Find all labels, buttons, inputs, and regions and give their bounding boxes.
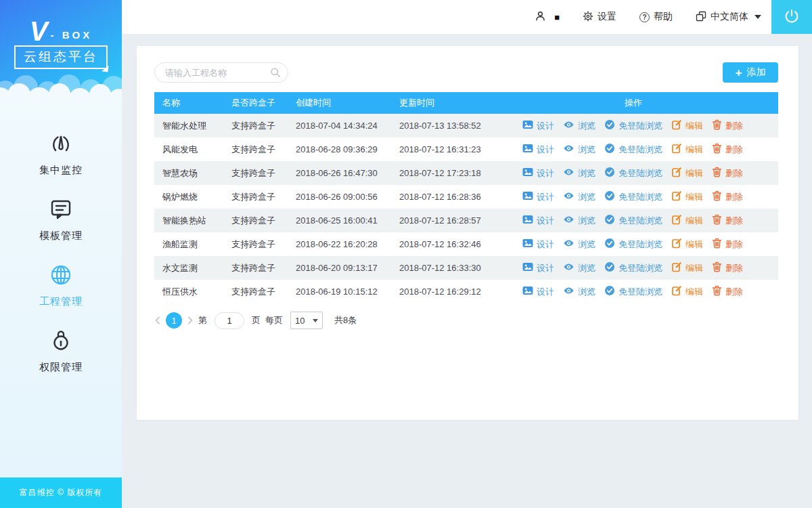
sidebar-item-label: 集中监控 xyxy=(0,164,122,177)
browse-action[interactable]: 浏览 xyxy=(563,190,595,203)
row-actions: 设计 浏览 免登陆浏览 xyxy=(520,143,778,156)
row-actions: 设计 浏览 免登陆浏览 xyxy=(520,119,778,132)
design-action[interactable]: 设计 xyxy=(522,190,554,203)
edit-icon xyxy=(671,167,682,179)
nologin-browse-action[interactable]: 免登陆浏览 xyxy=(604,119,662,132)
page-input[interactable] xyxy=(215,312,244,329)
sidebar-item-label: 工程管理 xyxy=(0,295,122,308)
delete-action[interactable]: 删除 xyxy=(712,190,743,203)
browse-action[interactable]: 浏览 xyxy=(563,238,595,251)
edit-icon xyxy=(671,285,682,298)
updated-time: 2018-07-12 16:28:36 xyxy=(391,192,520,202)
nologin-browse-action[interactable]: 免登陆浏览 xyxy=(604,190,662,203)
user-menu[interactable]: ■ xyxy=(535,10,560,24)
design-action[interactable]: 设计 xyxy=(522,167,554,179)
help-button[interactable]: ? 帮助 xyxy=(639,11,673,23)
edit-action[interactable]: 编辑 xyxy=(671,214,703,227)
eye-icon xyxy=(563,167,574,179)
delete-action[interactable]: 删除 xyxy=(712,261,743,274)
project-name: 水文监测 xyxy=(154,262,223,274)
settings-button[interactable]: 设置 xyxy=(583,11,616,24)
trash-icon xyxy=(712,261,722,274)
design-icon xyxy=(522,285,533,298)
add-label: 添加 xyxy=(746,66,765,79)
help-label: 帮助 xyxy=(654,11,673,23)
nologin-browse-action[interactable]: 免登陆浏览 xyxy=(604,238,662,251)
search-icon[interactable] xyxy=(270,67,281,81)
design-icon xyxy=(522,119,533,132)
delete-action[interactable]: 删除 xyxy=(712,238,743,251)
add-button[interactable]: + 添加 xyxy=(723,62,778,83)
plus-icon: + xyxy=(736,67,742,79)
design-action[interactable]: 设计 xyxy=(522,119,554,132)
page-prefix-label: 第 xyxy=(198,314,207,326)
browse-action[interactable]: 浏览 xyxy=(563,261,595,274)
nologin-browse-action[interactable]: 免登陆浏览 xyxy=(604,214,662,227)
design-icon xyxy=(522,143,533,156)
edit-action[interactable]: 编辑 xyxy=(671,143,703,156)
delete-action[interactable]: 删除 xyxy=(712,285,743,298)
browse-action[interactable]: 浏览 xyxy=(563,285,595,298)
row-actions: 设计 浏览 免登陆浏览 xyxy=(520,285,778,298)
updated-time: 2018-07-13 13:58:52 xyxy=(391,121,520,131)
trash-icon xyxy=(712,119,722,132)
nologin-browse-action[interactable]: 免登陆浏览 xyxy=(604,167,662,179)
eye-icon xyxy=(563,261,574,274)
nologin-browse-action[interactable]: 免登陆浏览 xyxy=(604,285,662,298)
delete-action[interactable]: 删除 xyxy=(712,119,743,132)
cross-box-status: 支持跨盒子 xyxy=(223,191,288,203)
trash-icon xyxy=(712,238,722,251)
browse-action[interactable]: 浏览 xyxy=(563,119,595,132)
edit-action[interactable]: 编辑 xyxy=(671,167,703,179)
trash-icon xyxy=(712,285,722,298)
edit-action[interactable]: 编辑 xyxy=(671,261,703,274)
sidebar-item-projects[interactable]: 工程管理 xyxy=(0,263,122,308)
sidebar-item-monitoring[interactable]: 集中监控 xyxy=(0,131,122,177)
design-icon xyxy=(522,261,533,274)
delete-action[interactable]: 删除 xyxy=(712,143,743,156)
edit-action[interactable]: 编辑 xyxy=(671,285,703,298)
sidebar-item-label: 权限管理 xyxy=(0,361,122,374)
design-action[interactable]: 设计 xyxy=(522,261,554,274)
design-action[interactable]: 设计 xyxy=(522,238,554,251)
nologin-browse-action[interactable]: 免登陆浏览 xyxy=(604,261,662,274)
design-action[interactable]: 设计 xyxy=(522,143,554,156)
delete-action[interactable]: 删除 xyxy=(712,167,743,179)
created-time: 2018-06-22 16:20:28 xyxy=(288,239,391,249)
next-page-button[interactable] xyxy=(187,316,194,324)
browse-action[interactable]: 浏览 xyxy=(563,143,595,156)
sidebar-item-permissions[interactable]: 权限管理 xyxy=(0,329,122,374)
search-input[interactable] xyxy=(154,62,288,83)
edit-action[interactable]: 编辑 xyxy=(671,119,703,132)
settings-label: 设置 xyxy=(597,11,616,23)
col-crossbox: 是否跨盒子 xyxy=(223,97,288,109)
edit-action[interactable]: 编辑 xyxy=(671,238,703,251)
logo-box-text: - BOX xyxy=(51,29,93,42)
design-action[interactable]: 设计 xyxy=(522,285,554,298)
created-time: 2018-06-28 09:36:29 xyxy=(288,144,391,154)
trash-icon xyxy=(712,190,722,203)
user-icon xyxy=(535,10,546,24)
table-header: 名称 是否跨盒子 创建时间 更新时间 操作 xyxy=(154,92,778,114)
prev-page-button[interactable] xyxy=(154,316,161,324)
globe-icon xyxy=(0,263,122,287)
design-icon xyxy=(522,238,533,251)
language-selector[interactable]: 中文简体 xyxy=(696,11,761,24)
per-page-select[interactable]: 10 xyxy=(290,312,323,329)
sidebar-item-templates[interactable]: 模板管理 xyxy=(0,197,122,242)
cross-box-status: 支持跨盒子 xyxy=(223,144,288,156)
cross-box-status: 支持跨盒子 xyxy=(223,238,288,251)
nologin-browse-action[interactable]: 免登陆浏览 xyxy=(604,143,662,156)
edit-action[interactable]: 编辑 xyxy=(671,190,703,203)
table-row: 智慧农场 支持跨盒子 2018-06-26 16:47:30 2018-07-1… xyxy=(154,161,778,185)
logout-power-button[interactable] xyxy=(771,0,812,34)
browse-action[interactable]: 浏览 xyxy=(563,167,595,179)
page-number-button[interactable]: 1 xyxy=(166,312,182,329)
check-circle-icon xyxy=(604,167,615,179)
check-circle-icon xyxy=(604,238,615,251)
page-suffix-label: 页 xyxy=(252,314,261,326)
delete-action[interactable]: 删除 xyxy=(712,214,743,227)
browse-action[interactable]: 浏览 xyxy=(563,214,595,227)
design-action[interactable]: 设计 xyxy=(522,214,554,227)
per-page-label: 每页 xyxy=(265,314,283,326)
